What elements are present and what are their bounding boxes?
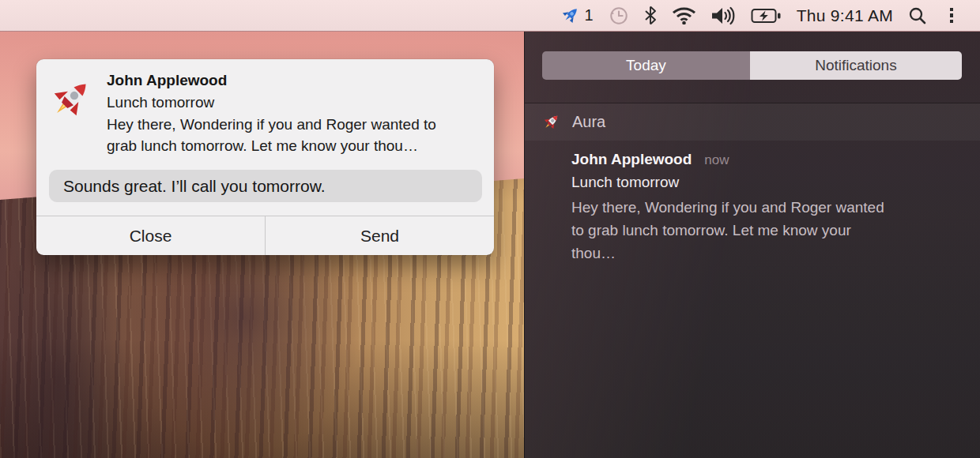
wifi-icon[interactable]: [672, 6, 696, 24]
tab-notifications[interactable]: Notifications: [750, 51, 962, 80]
tab-notifications-label: Notifications: [815, 57, 897, 74]
nc-tab-switcher: Today Notifications: [542, 51, 962, 80]
aura-menu-item[interactable]: 1: [560, 5, 594, 26]
alert-button-bar: Close Send: [36, 216, 494, 255]
alert-subtitle: Lunch tomorrow: [107, 92, 488, 114]
notification-timestamp: now: [704, 152, 729, 168]
battery-charging-icon[interactable]: [751, 8, 782, 24]
notification-item[interactable]: John Applewood now Lunch tomorrow Hey th…: [525, 141, 980, 265]
time-machine-icon[interactable]: [609, 6, 629, 26]
tab-today-label: Today: [626, 57, 666, 74]
desktop: 1: [0, 0, 980, 458]
aura-badge-count: 1: [585, 6, 594, 24]
notification-alert-dialog: John Applewood Lunch tomorrow Hey there,…: [36, 59, 494, 255]
notification-body: Hey there, Wondering if you and Roger wa…: [571, 196, 964, 265]
notification-center-icon[interactable]: [942, 8, 963, 23]
rocket-icon: [47, 75, 95, 122]
alert-title: John Applewood: [107, 69, 488, 92]
volume-icon[interactable]: [711, 6, 736, 25]
menu-bar: 1: [0, 0, 980, 32]
app-group-name: Aura: [572, 113, 605, 131]
menu-bar-clock[interactable]: Thu 9:41 AM: [797, 6, 893, 25]
spotlight-search-icon[interactable]: [908, 6, 927, 25]
close-button[interactable]: Close: [36, 216, 266, 255]
rocket-icon: [541, 112, 561, 132]
menu-bar-status-area: 1: [560, 5, 964, 26]
reply-input[interactable]: [49, 170, 482, 202]
notification-subtitle: Lunch tomorrow: [571, 174, 964, 191]
notification-center-panel: Today Notifications: [524, 32, 980, 458]
alert-body: Hey there, Wondering if you and Roger wa…: [107, 114, 488, 156]
notification-title: John Applewood: [571, 151, 692, 168]
tab-today[interactable]: Today: [542, 51, 750, 80]
bluetooth-icon[interactable]: [644, 6, 657, 25]
app-group-header-aura[interactable]: Aura: [525, 103, 980, 141]
aura-rocket-icon: [560, 5, 581, 26]
send-button[interactable]: Send: [266, 216, 494, 255]
